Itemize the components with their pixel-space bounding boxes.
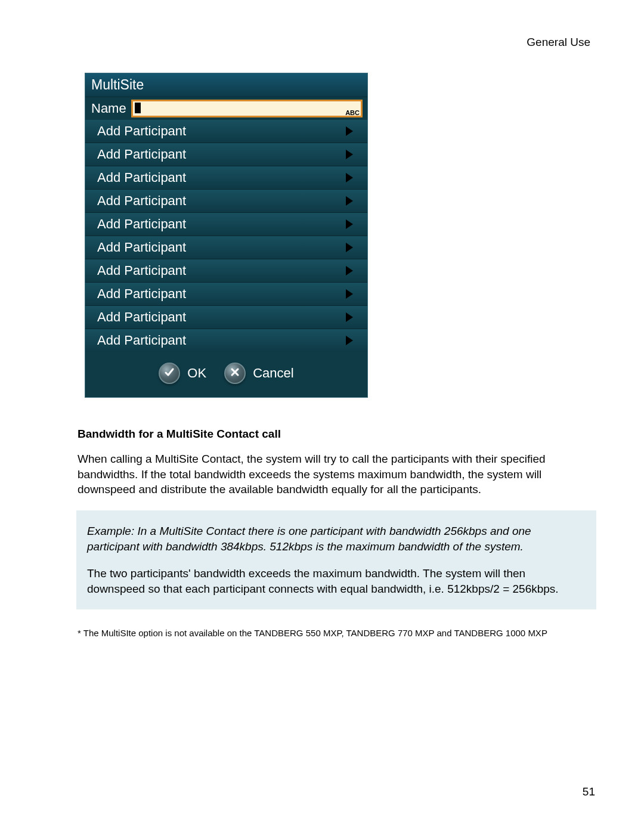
participant-row[interactable]: Add Participant xyxy=(85,306,367,329)
name-row: Name ABC xyxy=(85,97,367,120)
participant-label: Add Participant xyxy=(97,309,186,325)
participant-label: Add Participant xyxy=(97,263,186,278)
participant-label: Add Participant xyxy=(97,286,186,302)
svg-marker-2 xyxy=(346,173,353,182)
chevron-right-icon xyxy=(345,312,354,323)
ok-button[interactable] xyxy=(159,363,180,384)
participant-row[interactable]: Add Participant xyxy=(85,190,367,213)
example-body: The two participants' bandwidth exceeds … xyxy=(87,566,586,596)
svg-marker-7 xyxy=(346,289,353,299)
svg-marker-5 xyxy=(346,243,353,252)
chevron-right-icon xyxy=(345,289,354,299)
page-number: 51 xyxy=(583,785,595,798)
participant-row[interactable]: Add Participant xyxy=(85,120,367,143)
participant-label: Add Participant xyxy=(97,170,186,185)
svg-marker-1 xyxy=(346,150,353,159)
section-heading: Bandwidth for a MultiSite Contact call xyxy=(78,428,596,441)
ok-label: OK xyxy=(187,366,206,381)
footnote: * The MultiSIte option is not available … xyxy=(78,627,596,639)
example-box: Example: In a MultiSite Contact there is… xyxy=(76,510,596,610)
name-input-wrap[interactable]: ABC xyxy=(131,100,363,117)
chevron-right-icon xyxy=(345,265,354,276)
cancel-label: Cancel xyxy=(253,366,293,381)
participant-row[interactable]: Add Participant xyxy=(85,143,367,166)
participant-label: Add Participant xyxy=(97,216,186,232)
participant-list: Add Participant Add Participant Add Part… xyxy=(85,120,367,352)
chevron-right-icon xyxy=(345,219,354,230)
svg-marker-6 xyxy=(346,266,353,275)
name-label: Name xyxy=(91,101,126,116)
participant-label: Add Participant xyxy=(97,147,186,162)
input-mode-badge: ABC xyxy=(345,109,360,116)
dialog-button-bar: OK Cancel xyxy=(85,352,367,397)
close-icon xyxy=(230,367,240,380)
participant-label: Add Participant xyxy=(97,193,186,209)
check-icon xyxy=(163,366,175,380)
name-input[interactable] xyxy=(131,100,363,117)
section-body: When calling a MultiSite Contact, the sy… xyxy=(78,451,596,497)
participant-row[interactable]: Add Participant xyxy=(85,236,367,259)
participant-row[interactable]: Add Participant xyxy=(85,283,367,306)
participant-row[interactable]: Add Participant xyxy=(85,329,367,352)
text-cursor-icon xyxy=(135,103,141,113)
participant-label: Add Participant xyxy=(97,240,186,255)
svg-marker-0 xyxy=(346,126,353,136)
participant-row[interactable]: Add Participant xyxy=(85,213,367,236)
svg-marker-3 xyxy=(346,196,353,206)
participant-row[interactable]: Add Participant xyxy=(85,166,367,190)
svg-marker-9 xyxy=(346,336,353,345)
chevron-right-icon xyxy=(345,242,354,253)
chevron-right-icon xyxy=(345,172,354,183)
participant-label: Add Participant xyxy=(97,333,186,348)
chevron-right-icon xyxy=(345,149,354,160)
participant-label: Add Participant xyxy=(97,123,186,139)
page-header: General Use xyxy=(78,36,596,49)
chevron-right-icon xyxy=(345,335,354,346)
chevron-right-icon xyxy=(345,126,354,137)
svg-marker-8 xyxy=(346,312,353,322)
cancel-button[interactable] xyxy=(224,363,246,384)
participant-row[interactable]: Add Participant xyxy=(85,259,367,283)
example-italic: Example: In a MultiSite Contact there is… xyxy=(87,524,586,554)
chevron-right-icon xyxy=(345,196,354,206)
svg-marker-4 xyxy=(346,219,353,229)
dialog-title: MultiSite xyxy=(85,73,367,97)
multisite-dialog: MultiSite Name ABC Add Participant Add P… xyxy=(85,73,368,398)
